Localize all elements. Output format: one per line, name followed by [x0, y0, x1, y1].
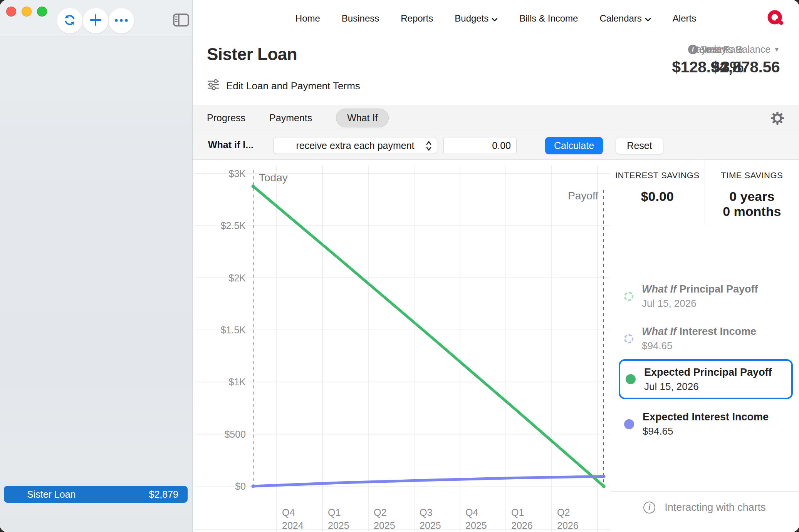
- sliders-icon: [207, 79, 220, 94]
- nav-item-reports[interactable]: Reports: [401, 13, 433, 24]
- sidebar: Sister Loan $2,879: [0, 0, 193, 532]
- today-label: Today: [259, 172, 288, 184]
- legend-expected-interest-income[interactable]: Expected Interest Income $94.65: [624, 410, 769, 438]
- toggle-sidebar-button[interactable]: [172, 13, 190, 28]
- svg-text:$1K: $1K: [229, 376, 246, 387]
- add-button[interactable]: [83, 8, 108, 33]
- reset-button[interactable]: Reset: [616, 137, 663, 154]
- sync-button[interactable]: [57, 8, 82, 33]
- sidebar-toggle-icon: [173, 13, 189, 28]
- dashed-green-circle-icon: [624, 292, 633, 301]
- series-expected-interest-income: [253, 476, 604, 486]
- purple-dot-icon: [624, 419, 634, 429]
- svg-text:$0: $0: [235, 481, 246, 492]
- zoom-window-button[interactable]: [37, 7, 47, 17]
- tab-payments[interactable]: Payments: [269, 109, 312, 127]
- extra-amount-input[interactable]: [443, 137, 517, 154]
- top-navigation: Home Business Reports Budgets Bills & In…: [193, 0, 799, 37]
- page-title: Sister Loan: [207, 45, 297, 64]
- nav-item-bills-income[interactable]: Bills & Income: [519, 13, 578, 24]
- svg-text:$3K: $3K: [229, 168, 246, 179]
- svg-text:Q42025: Q42025: [465, 507, 487, 531]
- main-content: Home Business Reports Budgets Bills & In…: [193, 0, 799, 532]
- minimize-window-button[interactable]: [22, 7, 32, 17]
- sidebar-toolbar: [0, 0, 192, 37]
- sidebar-blurred-content: [0, 512, 192, 532]
- svg-text:Q22026: Q22026: [557, 507, 579, 531]
- caret-down-icon: ▼: [774, 46, 780, 53]
- what-if-scenario-select[interactable]: receive extra each payment: [273, 137, 437, 154]
- svg-text:$500: $500: [224, 429, 246, 440]
- svg-text:Q22025: Q22025: [374, 507, 395, 531]
- edit-loan-label: Edit Loan and Payment Terms: [226, 80, 360, 92]
- account-name: Sister Loan: [27, 489, 76, 500]
- nav-item-business[interactable]: Business: [342, 13, 379, 24]
- what-if-prompt: What if I...: [208, 139, 253, 151]
- svg-text:$1.5K: $1.5K: [221, 325, 246, 335]
- more-icon: [114, 17, 129, 24]
- series-expected-principal-payoff: [253, 186, 604, 486]
- info-icon: i: [688, 45, 698, 54]
- svg-text:$2K: $2K: [229, 273, 246, 283]
- nav-item-calendars[interactable]: Calendars: [599, 13, 651, 24]
- interest-savings-card: INTEREST SAVINGS $0.00: [610, 160, 705, 225]
- sidebar-item-sister-loan[interactable]: Sister Loan $2,879: [4, 486, 188, 503]
- nav-item-budgets[interactable]: Budgets: [455, 13, 498, 24]
- svg-text:Q12025: Q12025: [328, 507, 349, 531]
- legend-expected-principal-payoff-selected[interactable]: Expected Principal Payoff Jul 15, 2026: [619, 359, 793, 399]
- tab-progress[interactable]: Progress: [207, 109, 245, 127]
- edit-loan-link[interactable]: Edit Loan and Payment Terms: [207, 79, 360, 94]
- stat-todays-balance[interactable]: i Today's Balance ▼ $2,878.56: [688, 44, 780, 76]
- tab-bar: Progress Payments What If: [193, 105, 799, 131]
- sync-icon: [62, 13, 77, 29]
- divider: [610, 491, 799, 492]
- calculate-button[interactable]: Calculate: [545, 137, 603, 154]
- svg-text:$2.5K: $2.5K: [221, 220, 246, 231]
- stepper-icon: [425, 140, 432, 154]
- more-button[interactable]: [109, 8, 134, 33]
- savings-summary: INTEREST SAVINGS $0.00 TIME SAVINGS 0 ye…: [610, 160, 799, 225]
- what-if-toolbar: What if I... receive extra each payment …: [193, 131, 799, 160]
- legend-whatif-principal-payoff[interactable]: What If Principal Payoff Jul 15, 2026: [624, 282, 758, 310]
- app-window: Sister Loan $2,879 Home Business Reports…: [0, 0, 799, 532]
- svg-text:Q32025: Q32025: [420, 507, 441, 531]
- close-window-button[interactable]: [6, 7, 16, 17]
- account-balance: $2,879: [149, 489, 178, 500]
- dashed-purple-circle-icon: [624, 334, 633, 343]
- what-if-summary-panel: INTEREST SAVINGS $0.00 TIME SAVINGS 0 ye…: [610, 160, 799, 532]
- info-outline-icon: i: [643, 502, 655, 514]
- nav-item-home[interactable]: Home: [295, 13, 320, 24]
- svg-text:Q12026: Q12026: [511, 507, 533, 531]
- payoff-label: Payoff: [568, 190, 598, 202]
- time-savings-card: TIME SAVINGS 0 years 0 months: [705, 160, 799, 225]
- legend-whatif-interest-income[interactable]: What If Interest Income $94.65: [624, 325, 756, 353]
- interacting-with-charts-link[interactable]: i Interacting with charts: [610, 502, 799, 514]
- tab-what-if[interactable]: What If: [336, 109, 389, 127]
- chevron-down-icon: [492, 13, 498, 24]
- add-icon: [89, 13, 102, 28]
- gear-icon: [770, 111, 785, 127]
- quicken-logo-icon: [767, 9, 785, 28]
- loan-projection-chart[interactable]: $0$500$1K$1.5K$2K$2.5K$3KQ42024Q12025Q22…: [193, 160, 610, 532]
- nav-item-alerts[interactable]: Alerts: [673, 13, 696, 24]
- settings-button[interactable]: [770, 111, 785, 127]
- green-dot-icon: [626, 374, 636, 384]
- svg-text:Q42024: Q42024: [282, 507, 304, 531]
- chevron-down-icon: [645, 13, 651, 24]
